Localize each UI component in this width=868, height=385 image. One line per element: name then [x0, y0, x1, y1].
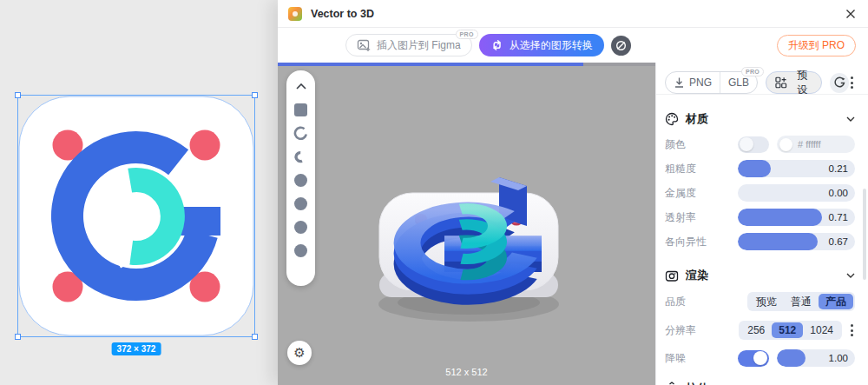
transmission-label: 透射率 — [665, 210, 738, 225]
layer-ring-arc-icon[interactable] — [293, 126, 308, 141]
quality-segmented-control: 预览 普通 产品 — [747, 292, 855, 311]
anisotropy-slider[interactable]: 0.67 — [738, 233, 855, 250]
convert-selection-button[interactable]: 从选择的图形转换 — [479, 34, 604, 56]
titlebar: Vector to 3D — [278, 0, 868, 28]
render-section-title: 渲染 — [686, 268, 839, 283]
selection-handle[interactable] — [15, 334, 21, 340]
resolution-option-1024[interactable]: 1024 — [803, 322, 840, 338]
quality-option-normal[interactable]: 普通 — [784, 294, 819, 309]
roughness-value: 0.21 — [829, 160, 848, 177]
render-size-label: 512 x 512 — [278, 367, 655, 377]
material-section-header[interactable]: 材质 — [665, 110, 855, 129]
denoise-slider[interactable]: 1.00 — [777, 349, 855, 367]
stretch-section-title: 拉伸 — [686, 381, 855, 385]
pro-badge: PRO — [456, 30, 478, 39]
insert-image-button[interactable]: 插入图片到 Figma PRO — [345, 34, 472, 56]
layer-rounded-square-icon[interactable] — [293, 103, 308, 117]
settings-button[interactable]: ⚙ — [287, 341, 312, 365]
export-png-button[interactable]: PNG — [666, 72, 720, 93]
render-progress-bar — [278, 63, 655, 66]
screen: 372 × 372 Vector to 3D 插入图片到 Figma PRO — [0, 0, 868, 385]
color-swatch — [779, 138, 792, 151]
sync-off-icon — [615, 39, 628, 52]
gear-icon: ⚙ — [293, 345, 305, 361]
preview-canvas[interactable]: 512 x 512 ⚙ — [278, 63, 655, 385]
presets-label: 预设 — [792, 68, 812, 97]
metalness-value: 0.00 — [829, 184, 848, 202]
render-section-header[interactable]: 渲染 — [665, 266, 855, 285]
collapse-chevron-up-icon[interactable] — [293, 79, 308, 94]
panel-scrollbar[interactable] — [863, 189, 866, 280]
plugin-title: Vector to 3D — [311, 8, 374, 20]
selection-handle[interactable] — [252, 334, 258, 340]
resolution-label: 分辨率 — [665, 323, 739, 338]
vector-logo[interactable] — [18, 96, 254, 336]
resolution-more-icon[interactable] — [849, 322, 855, 338]
anisotropy-label: 各向异性 — [665, 235, 738, 249]
layer-circle-icon[interactable] — [293, 173, 308, 188]
slider-row: 透射率 0.71 — [665, 209, 855, 226]
toolbar: 插入图片到 Figma PRO 从选择的图形转换 升级到 PRO — [278, 28, 868, 63]
resolution-option-256[interactable]: 256 — [740, 322, 772, 338]
upgrade-pro-button[interactable]: 升级到 PRO — [777, 35, 856, 56]
more-options-icon[interactable] — [849, 75, 855, 90]
transmission-slider[interactable]: 0.71 — [738, 209, 855, 226]
download-icon — [674, 76, 685, 89]
quality-option-product[interactable]: 产品 — [819, 294, 853, 309]
stretch-section-header[interactable]: 拉伸 — [665, 379, 855, 385]
chevron-down-icon[interactable] — [846, 273, 855, 278]
presets-button[interactable]: 预设 — [766, 71, 822, 94]
color-value-field[interactable]: # ffffff — [777, 136, 855, 153]
color-toggle[interactable] — [738, 136, 769, 153]
transmission-value: 0.71 — [829, 209, 848, 226]
roughness-slider[interactable]: 0.21 — [738, 160, 855, 177]
image-plus-icon — [357, 38, 371, 52]
resolution-row: 分辨率 256 512 1024 — [665, 322, 855, 339]
glb-label: GLB — [728, 76, 749, 89]
presets-grid-icon — [775, 76, 787, 89]
palette-icon — [665, 112, 679, 126]
stretch-arrows-icon — [665, 382, 679, 385]
slider-row: 各向异性 0.67 — [665, 233, 855, 250]
denoise-row: 降噪 1.00 — [665, 349, 855, 367]
color-hex-value: # ffffff — [798, 139, 821, 149]
layer-circle-icon[interactable] — [293, 243, 308, 258]
denoise-toggle[interactable] — [738, 350, 769, 367]
color-row: 颜色 # ffffff — [665, 136, 855, 153]
pro-badge: PRO — [741, 67, 764, 76]
figma-canvas[interactable]: 372 × 372 — [0, 0, 278, 385]
quality-option-preview[interactable]: 预览 — [749, 294, 784, 309]
resolution-segmented-control: 256 512 1024 — [739, 321, 842, 340]
render-progress-fill — [278, 63, 583, 66]
roughness-label: 粗糙度 — [665, 162, 738, 176]
anisotropy-value: 0.67 — [829, 233, 848, 250]
denoise-value: 1.00 — [829, 349, 848, 367]
material-section-title: 材质 — [686, 111, 839, 127]
chevron-down-icon[interactable] — [846, 116, 855, 122]
plugin-logo-icon — [288, 7, 302, 21]
layer-circle-icon[interactable] — [293, 196, 308, 211]
quality-row: 品质 预览 普通 产品 — [665, 293, 855, 310]
color-label: 颜色 — [665, 137, 738, 152]
resolution-option-512[interactable]: 512 — [772, 322, 803, 338]
slider-row: 粗糙度 0.21 — [665, 160, 855, 177]
insert-image-label: 插入图片到 Figma — [377, 38, 461, 53]
png-label: PNG — [689, 76, 712, 89]
selection-box[interactable]: 372 × 372 — [17, 95, 255, 337]
close-icon[interactable] — [844, 7, 858, 21]
selection-handle[interactable] — [252, 92, 258, 98]
export-format-group: PNG GLB PRO — [665, 71, 758, 94]
sync-disabled-button[interactable] — [611, 36, 631, 56]
layer-strip — [286, 70, 315, 286]
refresh-g-icon — [833, 76, 845, 89]
convert-swap-icon — [490, 39, 503, 51]
metalness-label: 金属度 — [665, 186, 738, 201]
layer-crescent-arc-icon[interactable] — [293, 149, 308, 164]
selection-size-badge: 372 × 372 — [112, 342, 161, 355]
layer-circle-icon[interactable] — [293, 220, 308, 235]
regenerate-button[interactable] — [830, 73, 849, 93]
metalness-slider[interactable]: 0.00 — [738, 184, 855, 202]
camera-icon — [665, 269, 679, 282]
selection-handle[interactable] — [15, 92, 21, 98]
convert-selection-label: 从选择的图形转换 — [510, 38, 593, 53]
